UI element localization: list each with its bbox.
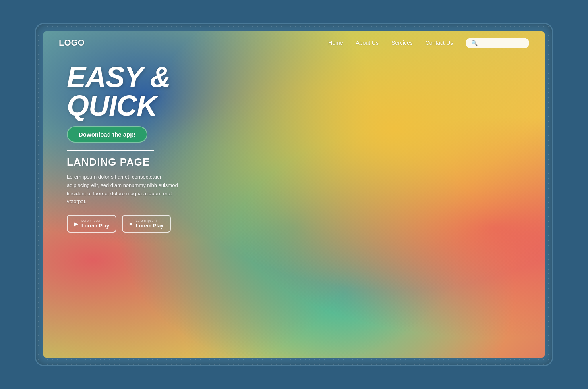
hero-content: EASY & QUICK Dowonload the app! LANDING … [67,63,265,233]
cta-btn1-text: Lorem Ipsum Lorem Play [81,219,109,229]
landing-page-title: LANDING PAGE [67,156,265,168]
outer-frame: LOGO Home About Us Services Contact Us 🔍 [36,24,552,365]
download-button[interactable]: Dowonload the app! [67,126,147,143]
cta-buttons: ▶ Lorem Ipsum Lorem Play ■ Lorem Ipsum L… [67,215,265,233]
nav-link-contact[interactable]: Contact Us [426,40,453,46]
play-icon: ▶ [74,221,78,227]
navigation: LOGO Home About Us Services Contact Us 🔍 [43,31,545,55]
cta-button-play1[interactable]: ▶ Lorem Ipsum Lorem Play [67,215,116,233]
divider [67,150,154,151]
nav-item-about[interactable]: About Us [356,39,379,46]
cta-button-play2[interactable]: ■ Lorem Ipsum Lorem Play [122,215,171,233]
search-input[interactable] [481,40,524,46]
search-bar[interactable]: 🔍 [466,38,529,48]
nav-link-home[interactable]: Home [328,40,343,46]
cta-btn2-sub: Lorem Ipsum [136,219,157,223]
nav-link-services[interactable]: Services [391,40,413,46]
square-icon: ■ [129,221,132,227]
logo: LOGO [59,38,85,48]
hero-description: Lorem ipsum dolor sit amet, consectetuer… [67,173,178,206]
nav-links: Home About Us Services Contact Us [328,39,453,46]
hero-title: EASY & QUICK [67,63,265,120]
nav-item-contact[interactable]: Contact Us [426,39,453,46]
cta-btn1-sub: Lorem Ipsum [81,219,103,223]
cta-btn2-text: Lorem Ipsum Lorem Play [136,219,164,229]
cta-btn2-main: Lorem Play [136,223,164,229]
nav-link-about[interactable]: About Us [356,40,379,46]
nav-item-home[interactable]: Home [328,39,343,46]
nav-item-services[interactable]: Services [391,39,413,46]
search-icon: 🔍 [471,40,478,46]
screen: LOGO Home About Us Services Contact Us 🔍 [43,31,545,358]
cta-btn1-main: Lorem Play [81,223,109,229]
